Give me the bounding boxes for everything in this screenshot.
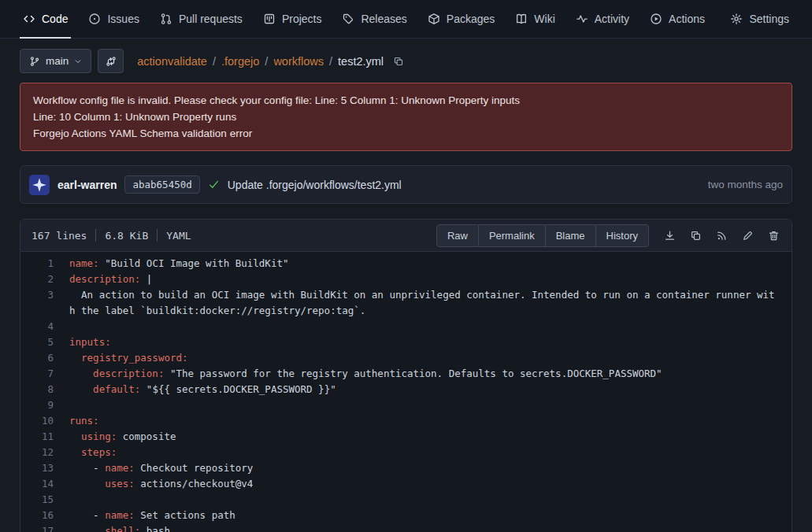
delete-button[interactable] <box>762 224 784 246</box>
avatar[interactable] <box>29 175 50 195</box>
tab-label: Projects <box>282 13 322 25</box>
line-number[interactable]: 12 <box>20 445 69 460</box>
copy-button[interactable] <box>684 224 706 246</box>
activity-icon <box>576 13 588 25</box>
tab-pull-requests[interactable]: Pull requests <box>150 0 253 38</box>
blame-button[interactable]: Blame <box>546 224 596 247</box>
line-number[interactable]: 5 <box>20 334 69 350</box>
rss-button[interactable] <box>710 224 732 246</box>
commit-author[interactable]: earl-warren <box>57 179 117 191</box>
history-button[interactable]: History <box>596 224 649 247</box>
tab-settings[interactable]: Settings <box>720 0 799 38</box>
line-number[interactable]: 11 <box>20 429 69 445</box>
branch-name: main <box>46 55 69 67</box>
branch-icon <box>29 56 40 67</box>
commit-sha-badge[interactable]: abab65450d <box>124 175 199 194</box>
tab-packages[interactable]: Packages <box>417 0 505 38</box>
latest-commit-bar: earl-warren abab65450d Update .forgejo/w… <box>20 165 792 204</box>
code-line: 3 An action to build an OCI image with B… <box>20 287 792 319</box>
line-number[interactable]: 13 <box>20 460 69 476</box>
error-banner: Workflow config file is invalid. Please … <box>20 83 792 151</box>
line-content: steps: <box>69 445 792 460</box>
code-line: 17 shell: bash <box>20 523 792 532</box>
caret-down-icon <box>74 57 82 65</box>
tab-label: Packages <box>447 13 495 25</box>
tab-code[interactable]: Code <box>13 0 78 38</box>
copy-path-button[interactable] <box>391 54 406 68</box>
branch-selector[interactable]: main <box>20 49 91 73</box>
line-number[interactable]: 7 <box>20 366 69 382</box>
code-line: 1name: "Build OCI Image with BuildKit" <box>20 256 792 272</box>
tab-activity[interactable]: Activity <box>565 0 640 38</box>
file-header: 167 lines 6.8 KiB YAML RawPermalinkBlame… <box>20 220 792 252</box>
code-line: 6 registry_password: <box>20 350 792 366</box>
line-number[interactable]: 17 <box>20 523 69 532</box>
code-line: 15 <box>20 492 792 508</box>
tab-label: Actions <box>669 13 705 25</box>
tab-label: Code <box>42 13 68 25</box>
code-line: 9 <box>20 397 792 413</box>
breadcrumb-segments: actionvalidate/.forgejo/workflows/test2.… <box>137 55 384 68</box>
releases-icon <box>342 13 354 25</box>
breadcrumb-separator: / <box>213 55 216 68</box>
wiki-icon <box>515 13 528 25</box>
divider <box>95 229 96 242</box>
line-content: runs: <box>69 413 792 429</box>
code-line: 12 steps: <box>20 445 792 460</box>
check-icon[interactable] <box>208 179 220 190</box>
line-number[interactable]: 15 <box>20 492 69 508</box>
line-content: inputs: <box>69 334 792 350</box>
tab-label: Issues <box>107 13 139 25</box>
line-number[interactable]: 9 <box>20 397 69 413</box>
file-size: 6.8 KiB <box>105 230 148 242</box>
code-line: 11 using: composite <box>20 429 792 445</box>
copy-icon <box>393 56 404 67</box>
error-line: Workflow config file is invalid. Please … <box>33 92 779 109</box>
divider <box>157 229 158 242</box>
tab-actions[interactable]: Actions <box>640 0 715 38</box>
line-number[interactable]: 1 <box>20 256 69 272</box>
line-number[interactable]: 10 <box>20 413 69 429</box>
line-number[interactable]: 16 <box>20 508 69 523</box>
breadcrumb-link[interactable]: actionvalidate <box>137 55 207 68</box>
line-number[interactable]: 3 <box>20 287 69 319</box>
breadcrumb: actionvalidate/.forgejo/workflows/test2.… <box>137 54 406 68</box>
copy-icon <box>690 230 702 242</box>
tab-issues[interactable]: Issues <box>78 0 149 38</box>
line-number[interactable]: 8 <box>20 382 69 397</box>
pull-request-icon <box>160 13 172 25</box>
code-line: 14 uses: actions/checkout@v4 <box>20 476 792 492</box>
commit-message[interactable]: Update .forgejo/workflows/test2.yml <box>228 179 402 191</box>
issue-icon <box>88 13 101 25</box>
download-button[interactable] <box>658 224 680 246</box>
file-header-actions: RawPermalinkBlameHistory <box>436 224 784 247</box>
download-icon <box>664 230 676 242</box>
tab-wiki[interactable]: Wiki <box>505 0 565 38</box>
tab-releases[interactable]: Releases <box>332 0 417 38</box>
line-content <box>69 397 792 413</box>
raw-button[interactable]: Raw <box>436 224 479 247</box>
code-line: 13 - name: Checkout repository <box>20 460 792 476</box>
line-content: using: composite <box>69 429 792 445</box>
code-line: 7 description: "The password for the reg… <box>20 366 792 382</box>
line-content: shell: bash <box>69 523 792 532</box>
line-number[interactable]: 14 <box>20 476 69 492</box>
breadcrumb-current: test2.yml <box>338 55 384 68</box>
permalink-button[interactable]: Permalink <box>479 224 546 247</box>
tab-projects[interactable]: Projects <box>253 0 332 38</box>
compare-button[interactable] <box>98 49 124 73</box>
breadcrumb-link[interactable]: workflows <box>273 55 324 68</box>
tab-label: Pull requests <box>179 13 243 25</box>
breadcrumb-separator: / <box>265 55 268 68</box>
projects-icon <box>263 13 276 25</box>
line-number[interactable]: 2 <box>20 272 69 287</box>
actions-icon <box>650 13 662 25</box>
line-number[interactable]: 6 <box>20 350 69 366</box>
code-line: 16 - name: Set actions path <box>20 508 792 523</box>
commit-time: two months ago <box>708 179 783 190</box>
file-view: 167 lines 6.8 KiB YAML RawPermalinkBlame… <box>20 219 792 532</box>
line-number[interactable]: 4 <box>20 319 69 334</box>
edit-button[interactable] <box>736 224 758 246</box>
breadcrumb-link[interactable]: .forgejo <box>221 55 259 68</box>
line-content: An action to build an OCI image with Bui… <box>69 287 792 319</box>
